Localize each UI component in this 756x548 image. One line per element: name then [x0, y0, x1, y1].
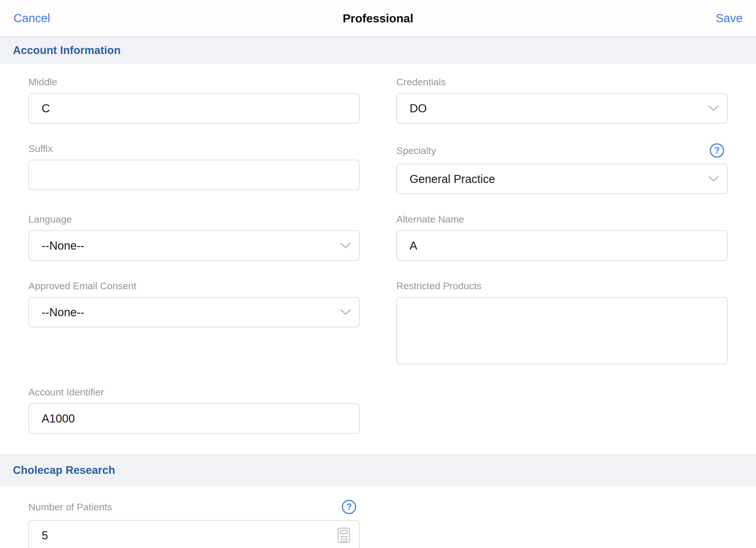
language-value: --None--: [42, 239, 84, 252]
chevron-down-icon: [708, 105, 719, 111]
alternate-name-input[interactable]: [396, 230, 728, 261]
specialty-select[interactable]: General Practice: [396, 164, 728, 194]
form-row-6: Number of Patients ?: [0, 500, 756, 548]
approved-email-consent-value: --None--: [42, 306, 84, 319]
field-specialty: Specialty ? General Practice: [396, 143, 728, 194]
page-title: Professional: [343, 11, 413, 25]
form-row-3: Language --None-- Alternate Name: [0, 214, 756, 261]
account-identifier-label: Account Identifier: [28, 387, 104, 397]
credentials-value: DO: [410, 102, 427, 115]
field-number-of-patients: Number of Patients ?: [28, 500, 360, 548]
field-restricted-products: Restricted Products: [396, 281, 728, 366]
field-language: Language --None--: [28, 214, 360, 261]
alternate-name-label: Alternate Name: [396, 214, 464, 224]
number-of-patients-input[interactable]: [28, 520, 360, 548]
suffix-label: Suffix: [28, 143, 53, 154]
calculator-icon[interactable]: [337, 527, 350, 543]
form-row-1: Middle Credentials DO: [0, 77, 756, 123]
language-label: Language: [28, 214, 72, 224]
account-identifier-input[interactable]: [28, 403, 360, 434]
specialty-label: Specialty: [396, 145, 436, 156]
section-header-cholecap-research: Cholecap Research: [0, 454, 756, 486]
chevron-down-icon: [340, 242, 351, 249]
field-credentials: Credentials DO: [396, 77, 728, 123]
number-of-patients-label: Number of Patients: [28, 502, 112, 512]
navbar: Cancel Professional Save: [0, 0, 756, 37]
field-alternate-name: Alternate Name: [396, 214, 728, 261]
specialty-help-icon[interactable]: ?: [710, 143, 724, 158]
section-header-account-information: Account Information: [0, 37, 756, 63]
section-title: Cholecap Research: [13, 464, 115, 477]
form-row-2: Suffix Specialty ? General Practice: [0, 143, 756, 194]
specialty-value: General Practice: [410, 173, 495, 185]
form-row-5: Account Identifier: [0, 387, 756, 434]
credentials-select[interactable]: DO: [396, 93, 728, 123]
suffix-input[interactable]: [28, 160, 360, 190]
field-approved-email-consent: Approved Email Consent --None--: [28, 281, 360, 328]
field-account-identifier: Account Identifier: [28, 387, 360, 434]
field-middle: Middle: [28, 77, 360, 123]
middle-input[interactable]: [28, 93, 360, 123]
approved-email-consent-label: Approved Email Consent: [28, 281, 136, 291]
field-suffix: Suffix: [28, 143, 360, 190]
cancel-button[interactable]: Cancel: [13, 11, 50, 25]
save-button[interactable]: Save: [716, 11, 743, 25]
section-title: Account Information: [13, 44, 121, 57]
approved-email-consent-select[interactable]: --None--: [28, 297, 360, 328]
restricted-products-label: Restricted Products: [396, 281, 482, 291]
restricted-products-textarea[interactable]: [396, 297, 728, 365]
chevron-down-icon: [340, 309, 351, 316]
form-row-4: Approved Email Consent --None-- Restrict…: [0, 281, 756, 366]
language-select[interactable]: --None--: [28, 230, 360, 261]
chevron-down-icon: [708, 176, 719, 182]
patients-help-icon[interactable]: ?: [342, 500, 356, 514]
credentials-label: Credentials: [396, 77, 446, 87]
middle-label: Middle: [28, 77, 57, 87]
